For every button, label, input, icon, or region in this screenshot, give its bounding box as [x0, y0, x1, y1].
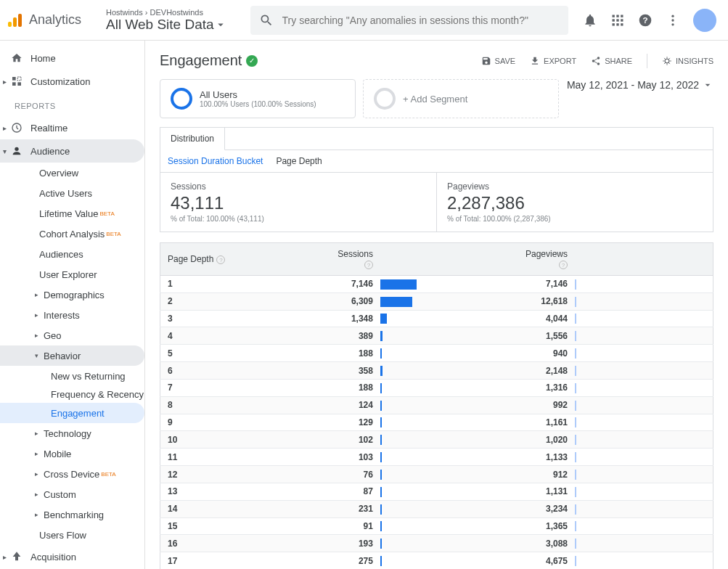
cell-sessions: 193 — [330, 535, 380, 552]
product-name: Analytics — [29, 12, 81, 28]
nav-engagement[interactable]: Engagement — [0, 403, 144, 423]
nav-lifetime-value[interactable]: Lifetime ValueBETA — [0, 203, 144, 224]
nav-cohort[interactable]: Cohort AnalysisBETA — [0, 224, 144, 244]
svg-rect-0 — [8, 22, 12, 27]
cell-sessions-bar — [380, 379, 518, 396]
svg-rect-5 — [621, 15, 623, 17]
cell-depth: 3 — [160, 310, 331, 327]
cell-sessions-bar — [380, 500, 518, 517]
subtab-duration[interactable]: Session Duration Bucket — [168, 156, 263, 166]
cell-pageviews-bar — [575, 466, 713, 483]
svg-point-29 — [665, 59, 669, 63]
cell-sessions-bar — [380, 362, 518, 380]
table-row: 63582,148 — [160, 362, 713, 380]
cell-sessions: 7,146 — [330, 276, 380, 293]
chevron-right-icon: ▸ — [3, 78, 7, 86]
subtab-depth[interactable]: Page Depth — [276, 156, 322, 166]
nav-technology[interactable]: ▸Technology — [0, 423, 144, 443]
nav-realtime[interactable]: ▸ Realtime — [0, 116, 144, 139]
cell-sessions: 358 — [330, 362, 380, 380]
share-button[interactable]: SHARE — [591, 56, 632, 66]
table-row: 5188940 — [160, 345, 713, 362]
nav-frequency[interactable]: Frequency & Recency — [0, 386, 144, 403]
nav-active-users[interactable]: Active Users — [0, 183, 144, 203]
nav-cross-device[interactable]: ▸Cross DeviceBETA — [0, 464, 144, 484]
cell-pageviews-bar — [575, 327, 713, 345]
col-pageviews[interactable]: Pageviews? — [518, 243, 575, 276]
home-icon — [10, 52, 23, 64]
cell-pageviews-bar — [575, 535, 713, 552]
cell-pageviews-bar — [575, 552, 713, 569]
cell-depth: 10 — [160, 431, 331, 449]
search-input[interactable] — [282, 15, 560, 26]
more-vert-icon[interactable] — [666, 13, 680, 28]
cell-sessions-bar — [380, 396, 518, 414]
account-selector[interactable]: Hostwinds › DEVHostwinds All Web Site Da… — [106, 8, 227, 33]
help-icon[interactable]: ? — [216, 255, 225, 264]
cell-sessions: 91 — [330, 517, 380, 535]
cell-pageviews: 1,365 — [518, 517, 575, 535]
svg-rect-11 — [621, 23, 623, 25]
nav-customization[interactable]: ▸ Customization — [0, 70, 144, 93]
nav-interests[interactable]: ▸Interests — [0, 305, 144, 325]
nav-user-explorer[interactable]: User Explorer — [0, 264, 144, 284]
cell-pageviews-bar — [575, 414, 713, 431]
subtabs: Session Duration Bucket Page Depth — [160, 150, 713, 173]
cell-sessions-bar — [380, 431, 518, 449]
cell-pageviews: 2,148 — [518, 362, 575, 380]
cell-sessions-bar — [380, 483, 518, 500]
cell-sessions-bar — [380, 327, 518, 345]
cell-pageviews: 912 — [518, 466, 575, 483]
cell-depth: 15 — [160, 517, 331, 535]
col-depth[interactable]: Page Depth? — [160, 243, 331, 276]
segment-all-users[interactable]: All Users 100.00% Users (100.00% Session… — [160, 79, 356, 118]
product-logo[interactable]: Analytics — [6, 12, 100, 29]
beta-badge: BETA — [101, 471, 115, 478]
table-row: 101021,020 — [160, 431, 713, 449]
cell-depth: 14 — [160, 500, 331, 517]
tab-distribution[interactable]: Distribution — [160, 128, 225, 150]
cell-sessions-bar — [380, 310, 518, 327]
notifications-icon[interactable] — [583, 13, 597, 28]
svg-rect-6 — [613, 19, 615, 21]
help-icon[interactable]: ? — [638, 13, 653, 28]
apps-grid-icon[interactable] — [610, 13, 625, 28]
segment-circle-icon — [171, 88, 192, 110]
nav-mobile[interactable]: ▸Mobile — [0, 443, 144, 464]
cell-pageviews: 1,161 — [518, 414, 575, 431]
nav-users-flow[interactable]: Users Flow — [0, 525, 144, 545]
nav-geo[interactable]: ▸Geo — [0, 325, 144, 345]
add-segment-button[interactable]: + Add Segment — [363, 79, 559, 118]
tabs: Distribution — [160, 127, 713, 150]
svg-point-16 — [671, 23, 674, 25]
nav-acquisition[interactable]: ▸ Acquisition — [0, 545, 144, 568]
segment-title: All Users — [200, 89, 316, 100]
help-icon[interactable]: ? — [559, 261, 568, 269]
nav-custom[interactable]: ▸Custom — [0, 484, 144, 504]
nav-audiences[interactable]: Audiences — [0, 244, 144, 264]
cell-sessions: 6,309 — [330, 292, 380, 310]
nav-demographics[interactable]: ▸Demographics — [0, 284, 144, 305]
clock-icon — [10, 122, 23, 134]
cell-pageviews-bar — [575, 396, 713, 414]
insights-button[interactable]: INSIGHTS — [662, 56, 713, 66]
nav-benchmarking[interactable]: ▸Benchmarking — [0, 504, 144, 525]
report-title: Engagement ✓ — [160, 52, 258, 69]
nav-home[interactable]: Home — [0, 46, 144, 70]
date-range-picker[interactable]: May 12, 2021 - May 12, 2022 — [567, 79, 713, 91]
chevron-right-icon: ▸ — [3, 124, 7, 132]
cell-depth: 2 — [160, 292, 331, 310]
save-button[interactable]: SAVE — [481, 56, 516, 66]
export-button[interactable]: EXPORT — [530, 56, 576, 66]
nav-new-vs-returning[interactable]: New vs Returning — [0, 366, 144, 386]
col-sessions[interactable]: Sessions? — [330, 243, 380, 276]
search-bar[interactable] — [250, 6, 568, 35]
cell-sessions-bar — [380, 517, 518, 535]
view-selector[interactable]: All Web Site Data — [106, 17, 227, 33]
user-avatar[interactable] — [693, 9, 716, 32]
cell-pageviews: 7,146 — [518, 276, 575, 293]
nav-behavior[interactable]: ▾Behavior — [0, 345, 144, 366]
help-icon[interactable]: ? — [364, 261, 373, 269]
nav-overview[interactable]: Overview — [0, 163, 144, 183]
nav-audience[interactable]: ▾ Audience — [0, 139, 144, 163]
